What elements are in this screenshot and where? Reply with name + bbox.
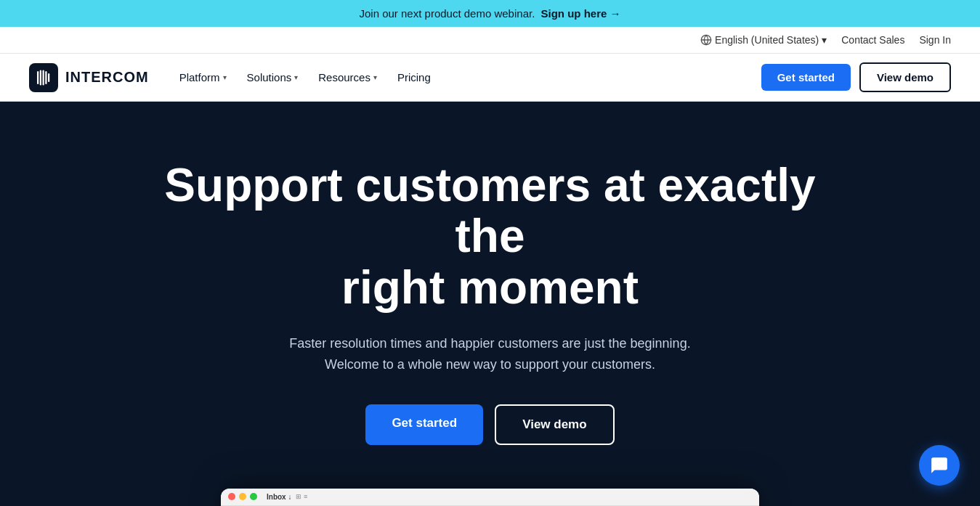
navbar-get-started-button[interactable]: Get started bbox=[761, 64, 851, 91]
contact-sales-link[interactable]: Contact Sales bbox=[841, 34, 904, 46]
hero-headline-line2: right moment bbox=[341, 261, 639, 314]
chevron-down-icon: ▾ bbox=[373, 73, 377, 81]
announcement-text: Join our next product demo webinar. bbox=[360, 7, 535, 20]
hero-section: Support customers at exactly the right m… bbox=[0, 102, 980, 506]
nav-resources[interactable]: Resources ▾ bbox=[309, 65, 386, 89]
window-maximize-dot bbox=[250, 493, 257, 500]
announcement-cta[interactable]: Sign up here → bbox=[540, 7, 620, 20]
chat-icon bbox=[930, 456, 949, 475]
svg-rect-2 bbox=[37, 71, 39, 84]
navbar-view-demo-button[interactable]: View demo bbox=[859, 62, 951, 92]
svg-rect-5 bbox=[45, 71, 46, 84]
nav-pricing[interactable]: Pricing bbox=[389, 65, 440, 89]
app-preview: Inbox ↓ ⊞ ≡ ▼ Inbox 🔍 Search ● VIP Inbo bbox=[221, 489, 759, 506]
sign-in-link[interactable]: Sign In bbox=[919, 34, 951, 46]
logo-icon bbox=[29, 63, 58, 92]
intercom-logo-icon bbox=[35, 69, 52, 86]
window-close-dot bbox=[228, 493, 235, 500]
hero-view-demo-button[interactable]: View demo bbox=[495, 404, 615, 445]
hero-buttons: Get started View demo bbox=[365, 404, 614, 445]
svg-rect-6 bbox=[48, 73, 49, 82]
app-preview-inbox-tab: Inbox ↓ ⊞ ≡ bbox=[267, 493, 307, 501]
hero-subtext-line1: Faster resolution times and happier cust… bbox=[289, 336, 690, 351]
hero-subtext-line2: Welcome to a whole new way to support yo… bbox=[325, 357, 655, 372]
hero-headline-line1: Support customers at exactly the bbox=[164, 159, 815, 262]
hero-headline: Support customers at exactly the right m… bbox=[163, 160, 817, 313]
svg-rect-3 bbox=[40, 70, 41, 85]
app-preview-titlebar: Inbox ↓ ⊞ ≡ bbox=[221, 489, 759, 506]
chat-widget-button[interactable] bbox=[919, 445, 960, 486]
hero-subtext: Faster resolution times and happier cust… bbox=[289, 333, 690, 375]
app-preview-container: Inbox ↓ ⊞ ≡ ▼ Inbox 🔍 Search ● VIP Inbo bbox=[207, 489, 774, 506]
announcement-bar: Join our next product demo webinar. Sign… bbox=[0, 0, 980, 27]
window-minimize-dot bbox=[239, 493, 246, 500]
logo-link[interactable]: INTERCOM bbox=[29, 63, 149, 92]
chevron-down-icon: ▾ bbox=[294, 73, 298, 81]
logo-text: INTERCOM bbox=[65, 69, 149, 86]
chevron-down-icon: ▾ bbox=[822, 34, 827, 46]
svg-rect-4 bbox=[43, 70, 44, 85]
globe-icon bbox=[700, 34, 712, 46]
utility-nav: English (United States) ▾ Contact Sales … bbox=[0, 27, 980, 53]
nav-solutions[interactable]: Solutions ▾ bbox=[238, 65, 307, 89]
language-selector[interactable]: English (United States) ▾ bbox=[700, 34, 827, 46]
language-label: English (United States) bbox=[715, 34, 819, 46]
main-navbar: INTERCOM Platform ▾ Solutions ▾ Resource… bbox=[0, 53, 980, 102]
chevron-down-icon: ▾ bbox=[223, 73, 227, 81]
window-icons: ⊞ ≡ bbox=[296, 493, 307, 500]
nav-actions: Get started View demo bbox=[761, 62, 951, 92]
nav-platform[interactable]: Platform ▾ bbox=[171, 65, 235, 89]
hero-get-started-button[interactable]: Get started bbox=[365, 404, 483, 445]
inbox-label: Inbox ↓ bbox=[267, 493, 291, 501]
nav-links: Platform ▾ Solutions ▾ Resources ▾ Prici… bbox=[171, 65, 761, 89]
